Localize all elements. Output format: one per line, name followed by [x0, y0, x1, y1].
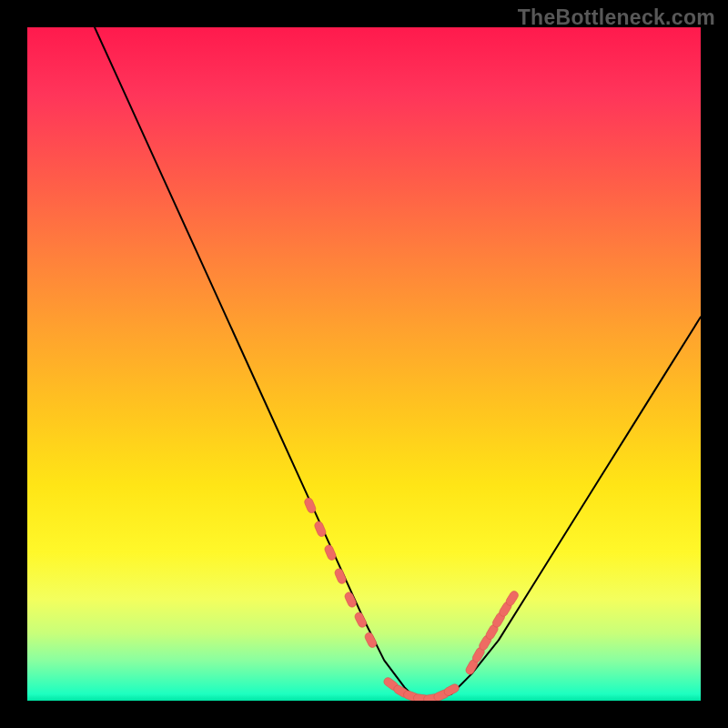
highlight-dot — [364, 632, 379, 649]
highlight-dot — [324, 544, 338, 561]
highlight-dot — [303, 497, 317, 514]
highlight-dot — [353, 612, 368, 629]
highlight-markers — [303, 497, 520, 701]
chart-frame: TheBottleneck.com — [0, 0, 728, 728]
curve-layer — [27, 27, 701, 701]
plot-area — [27, 27, 701, 701]
highlight-dot — [334, 568, 348, 585]
highlight-dot — [313, 521, 327, 538]
attribution-text: TheBottleneck.com — [518, 5, 715, 30]
bottleneck-curve — [95, 27, 701, 701]
